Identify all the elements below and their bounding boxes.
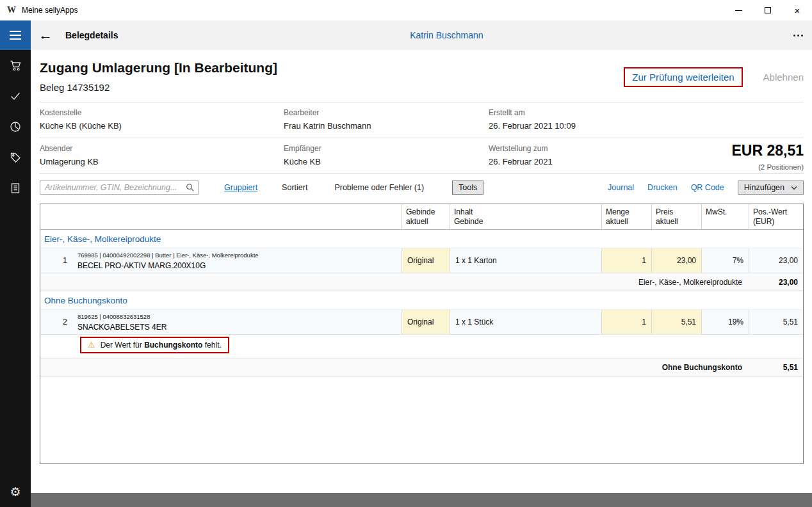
inhalt-cell: 1 x 1 Karton (450, 248, 601, 273)
tag-icon (9, 151, 22, 164)
forward-for-review-button[interactable]: Zur Prüfung weiterleiten (624, 67, 742, 87)
recipient-label: Empfänger (284, 144, 489, 153)
sidebar-item-statistics[interactable] (0, 111, 31, 142)
row-number: 1 (40, 248, 72, 273)
sidebar-item-cart[interactable] (0, 50, 31, 81)
info-row-2: Absender Umlagerung KB Empfänger Küche K… (40, 138, 804, 173)
group-section: Ohne Buchungskonto 2 819625 | 0400883263… (40, 291, 803, 376)
book-icon (9, 182, 22, 195)
info-row-1: Kostenstelle Küche KB (Küche KB) Bearbei… (40, 102, 804, 138)
missing-account-warning: ⚠ Der Wert für Buchungskonto fehlt. (80, 337, 229, 353)
app-header: ← Belegdetails Katrin Buschmann (0, 20, 812, 50)
reject-button[interactable]: Ablehnen (763, 72, 804, 83)
editor-value: Frau Katrin Buschmann (284, 121, 489, 131)
sender-label: Absender (40, 144, 284, 153)
maximize-icon (765, 7, 771, 13)
subtotal-value: 5,51 (749, 363, 803, 372)
sidebar-item-settings[interactable]: ⚙ (0, 476, 31, 507)
table-row[interactable]: 1 769985 | 04000492002298 | Butter | Eie… (40, 248, 803, 273)
items-toolbar: Gruppiert Sortiert Probleme oder Fehler … (40, 180, 804, 195)
pie-chart-icon (9, 120, 22, 133)
more-options-button[interactable] (793, 20, 803, 50)
col-header-poswert: Pos.-Wert (EUR) (749, 204, 803, 229)
page-title: Belegdetails (65, 30, 118, 40)
subtotal-value: 23,00 (749, 278, 803, 287)
mwst-cell: 19% (701, 310, 749, 334)
maximize-button[interactable] (753, 0, 783, 20)
col-header-inhalt: Inhalt Gebinde (450, 204, 601, 229)
document-number: Beleg 14735192 (40, 82, 277, 93)
col-header-preis: Preis aktuell (651, 204, 701, 229)
bottom-status-strip (31, 493, 812, 507)
table-row[interactable]: 2 819625 | 04008832631528 SNACKGABELSETS… (40, 310, 803, 335)
poswert-cell: 5,51 (749, 310, 803, 334)
menge-cell[interactable]: 1 (601, 248, 651, 273)
poswert-cell: 23,00 (749, 248, 803, 273)
window-titlebar: W Meine sellyApps × (0, 0, 812, 20)
add-button[interactable]: Hinzufügen (738, 181, 804, 195)
inhalt-cell: 1 x 1 Stück (450, 310, 601, 334)
close-button[interactable]: × (783, 0, 812, 20)
minimize-icon (735, 10, 742, 11)
subtotal-label: Ohne Buchungskonto (40, 363, 749, 372)
cost-center-value: Küche KB (Küche KB) (40, 121, 284, 131)
add-button-label: Hinzufügen (744, 183, 784, 192)
minimize-button[interactable] (724, 0, 753, 20)
recipient-value: Küche KB (284, 157, 489, 166)
sender-value: Umlagerung KB (40, 157, 284, 166)
document-title: Zugang Umlagerung [In Bearbeitung] (40, 60, 277, 76)
hamburger-menu-button[interactable] (0, 20, 31, 50)
search-input[interactable] (40, 181, 199, 195)
hamburger-icon (10, 31, 21, 32)
group-header: Eier-, Käse-, Molkereiprodukte (40, 230, 803, 248)
cost-center-label: Kostenstelle (40, 108, 284, 117)
row-warning-band: ⚠ Der Wert für Buchungskonto fehlt. (40, 335, 803, 358)
article-meta: 769985 | 04000492002298 | Butter | Eier-… (77, 252, 396, 259)
gear-icon: ⚙ (10, 485, 20, 499)
search-icon (186, 183, 195, 192)
created-at-label: Erstellt am (489, 108, 804, 117)
sorted-toggle[interactable]: Sortiert (282, 183, 307, 192)
sidebar-item-prices[interactable] (0, 142, 31, 173)
check-icon (9, 90, 22, 102)
problems-filter[interactable]: Probleme oder Fehler (1) (334, 183, 424, 192)
window-title: Meine sellyApps (22, 6, 77, 15)
group-subtotal-row: Eier-, Käse-, Molkereiprodukte 23,00 (40, 273, 803, 291)
back-button[interactable]: ← (31, 20, 60, 50)
chevron-down-icon (791, 186, 797, 190)
grouped-toggle[interactable]: Gruppiert (224, 183, 257, 192)
total-amount: EUR 28,51 (731, 142, 804, 159)
more-icon (793, 35, 795, 36)
group-header: Ohne Buchungskonto (40, 291, 803, 310)
preis-cell[interactable]: 23,00 (651, 248, 701, 273)
qr-code-link[interactable]: QR Code (691, 183, 724, 192)
app-window: W Meine sellyApps × ← Belegdetails Katri… (0, 0, 812, 507)
article-name: BECEL PRO-AKTIV MARG.200X10G (77, 261, 396, 270)
main-content: Zugang Umlagerung [In Bearbeitung] Beleg… (31, 50, 812, 507)
col-header-mwst: MwSt. (701, 204, 749, 229)
user-name-link[interactable]: Katrin Buschmann (410, 30, 483, 40)
preis-cell[interactable]: 5,51 (651, 310, 701, 334)
article-description: 769985 | 04000492002298 | Butter | Eier-… (72, 248, 402, 273)
subtotal-label: Eier-, Käse-, Molkereiprodukte (40, 278, 749, 287)
article-name: SNACKGABELSETS 4ER (77, 323, 396, 332)
col-header-num (40, 204, 72, 229)
gebinde-cell[interactable]: Original (402, 248, 450, 273)
tools-button[interactable]: Tools (452, 181, 483, 195)
editor-label: Bearbeiter (284, 108, 489, 117)
journal-link[interactable]: Journal (608, 183, 634, 192)
print-link[interactable]: Drucken (647, 183, 678, 192)
table-header-row: Gebinde aktuell Inhalt Gebinde Menge akt… (40, 204, 803, 230)
total-positions: (2 Positionen) (731, 163, 804, 171)
sidebar-item-journal[interactable] (0, 173, 31, 204)
app-logo-icon: W (6, 5, 17, 15)
sidebar-item-tasks[interactable] (0, 81, 31, 111)
divider (40, 173, 804, 174)
mwst-cell: 7% (701, 248, 749, 273)
article-meta: 819625 | 04008832631528 (77, 313, 396, 320)
article-description: 819625 | 04008832631528 SNACKGABELSETS 4… (72, 310, 402, 334)
gebinde-cell[interactable]: Original (402, 310, 450, 334)
cart-icon (9, 59, 22, 72)
col-header-gebinde: Gebinde aktuell (402, 204, 450, 229)
menge-cell[interactable]: 1 (601, 310, 651, 334)
